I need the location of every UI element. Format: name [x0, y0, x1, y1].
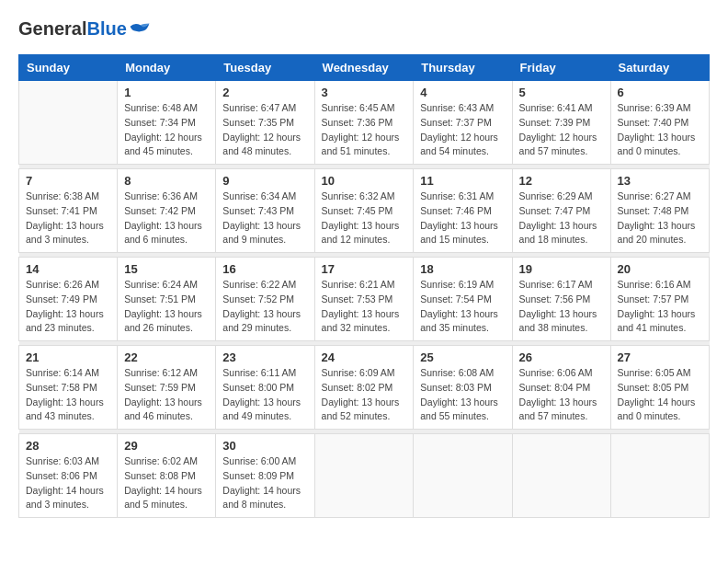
calendar-header-row: SundayMondayTuesdayWednesdayThursdayFrid… [19, 55, 710, 81]
calendar-cell: 26Sunrise: 6:06 AMSunset: 8:04 PMDayligh… [512, 346, 610, 430]
day-number: 6 [618, 86, 702, 99]
day-info: Sunrise: 6:12 AMSunset: 7:59 PMDaylight:… [124, 366, 209, 424]
day-number: 21 [26, 350, 110, 364]
day-number: 7 [26, 174, 110, 188]
day-info: Sunrise: 6:17 AMSunset: 7:56 PMDaylight:… [519, 278, 604, 336]
day-info: Sunrise: 6:47 AMSunset: 7:35 PMDaylight:… [222, 101, 307, 159]
day-number: 29 [124, 439, 209, 453]
day-number: 19 [519, 262, 604, 276]
calendar-cell: 17Sunrise: 6:21 AMSunset: 7:53 PMDayligh… [314, 258, 414, 341]
calendar-cell: 13Sunrise: 6:27 AMSunset: 7:48 PMDayligh… [610, 169, 709, 253]
col-header-wednesday: Wednesday [314, 55, 414, 81]
calendar-cell: 11Sunrise: 6:31 AMSunset: 7:46 PMDayligh… [414, 169, 512, 253]
calendar-cell: 21Sunrise: 6:14 AMSunset: 7:58 PMDayligh… [19, 346, 118, 430]
day-number: 20 [618, 262, 702, 276]
day-info: Sunrise: 6:45 AMSunset: 7:36 PMDaylight:… [322, 101, 407, 159]
day-info: Sunrise: 6:27 AMSunset: 7:48 PMDaylight:… [618, 190, 702, 247]
calendar-cell: 8Sunrise: 6:36 AMSunset: 7:42 PMDaylight… [118, 169, 216, 253]
day-number: 28 [26, 439, 110, 453]
day-info: Sunrise: 6:29 AMSunset: 7:47 PMDaylight:… [519, 190, 604, 247]
calendar-cell: 19Sunrise: 6:17 AMSunset: 7:56 PMDayligh… [512, 258, 610, 341]
day-info: Sunrise: 6:22 AMSunset: 7:52 PMDaylight:… [222, 278, 307, 336]
calendar-cell: 12Sunrise: 6:29 AMSunset: 7:47 PMDayligh… [512, 169, 610, 253]
day-info: Sunrise: 6:19 AMSunset: 7:54 PMDaylight:… [420, 278, 505, 336]
day-info: Sunrise: 6:32 AMSunset: 7:45 PMDaylight:… [322, 190, 407, 247]
calendar-cell [610, 434, 709, 518]
calendar-cell [414, 434, 512, 518]
day-info: Sunrise: 6:21 AMSunset: 7:53 PMDaylight:… [322, 278, 407, 336]
calendar-cell: 27Sunrise: 6:05 AMSunset: 8:05 PMDayligh… [610, 346, 709, 430]
day-number: 22 [124, 350, 209, 364]
calendar-cell [19, 81, 118, 165]
day-info: Sunrise: 6:14 AMSunset: 7:58 PMDaylight:… [26, 366, 110, 424]
day-number: 9 [222, 174, 307, 188]
calendar-week-row: 1Sunrise: 6:48 AMSunset: 7:34 PMDaylight… [19, 81, 710, 165]
calendar-cell: 15Sunrise: 6:24 AMSunset: 7:51 PMDayligh… [118, 258, 216, 341]
day-number: 17 [322, 262, 407, 276]
day-info: Sunrise: 6:24 AMSunset: 7:51 PMDaylight:… [124, 278, 209, 336]
day-number: 16 [222, 262, 307, 276]
day-info: Sunrise: 6:48 AMSunset: 7:34 PMDaylight:… [124, 101, 209, 159]
day-info: Sunrise: 6:08 AMSunset: 8:03 PMDaylight:… [420, 366, 505, 424]
day-number: 4 [420, 86, 505, 99]
day-info: Sunrise: 6:39 AMSunset: 7:40 PMDaylight:… [618, 101, 702, 159]
logo: GeneralBlue [18, 18, 151, 40]
day-number: 25 [420, 350, 505, 364]
calendar-cell: 24Sunrise: 6:09 AMSunset: 8:02 PMDayligh… [314, 346, 414, 430]
day-info: Sunrise: 6:00 AMSunset: 8:09 PMDaylight:… [222, 454, 307, 512]
day-number: 24 [322, 350, 407, 364]
calendar-cell [512, 434, 610, 518]
calendar-cell: 1Sunrise: 6:48 AMSunset: 7:34 PMDaylight… [118, 81, 216, 165]
day-number: 3 [322, 86, 407, 99]
day-info: Sunrise: 6:02 AMSunset: 8:08 PMDaylight:… [124, 454, 209, 512]
day-info: Sunrise: 6:26 AMSunset: 7:49 PMDaylight:… [26, 278, 110, 336]
day-number: 2 [222, 86, 307, 99]
day-number: 18 [420, 262, 505, 276]
day-info: Sunrise: 6:03 AMSunset: 8:06 PMDaylight:… [26, 454, 110, 512]
calendar-table: SundayMondayTuesdayWednesdayThursdayFrid… [18, 54, 710, 518]
calendar-cell: 23Sunrise: 6:11 AMSunset: 8:00 PMDayligh… [216, 346, 314, 430]
calendar-cell: 6Sunrise: 6:39 AMSunset: 7:40 PMDaylight… [610, 81, 709, 165]
day-number: 11 [420, 174, 505, 188]
day-number: 26 [519, 350, 604, 364]
calendar-cell: 20Sunrise: 6:16 AMSunset: 7:57 PMDayligh… [610, 258, 709, 341]
calendar-cell: 14Sunrise: 6:26 AMSunset: 7:49 PMDayligh… [19, 258, 118, 341]
calendar-cell [314, 434, 414, 518]
calendar-cell: 7Sunrise: 6:38 AMSunset: 7:41 PMDaylight… [19, 169, 118, 253]
calendar-cell: 28Sunrise: 6:03 AMSunset: 8:06 PMDayligh… [19, 434, 118, 518]
col-header-saturday: Saturday [610, 55, 709, 81]
day-info: Sunrise: 6:09 AMSunset: 8:02 PMDaylight:… [322, 366, 407, 424]
col-header-friday: Friday [512, 55, 610, 81]
day-number: 23 [222, 350, 307, 364]
col-header-sunday: Sunday [19, 55, 118, 81]
day-info: Sunrise: 6:06 AMSunset: 8:04 PMDaylight:… [519, 366, 604, 424]
calendar-cell: 30Sunrise: 6:00 AMSunset: 8:09 PMDayligh… [216, 434, 314, 518]
day-number: 1 [124, 86, 209, 99]
day-number: 30 [222, 439, 307, 453]
day-info: Sunrise: 6:31 AMSunset: 7:46 PMDaylight:… [420, 190, 505, 247]
logo-general-text: GeneralBlue [18, 18, 127, 40]
day-number: 14 [26, 262, 110, 276]
col-header-monday: Monday [118, 55, 216, 81]
calendar-cell: 4Sunrise: 6:43 AMSunset: 7:37 PMDaylight… [414, 81, 512, 165]
calendar-week-row: 28Sunrise: 6:03 AMSunset: 8:06 PMDayligh… [19, 434, 710, 518]
calendar-cell: 29Sunrise: 6:02 AMSunset: 8:08 PMDayligh… [118, 434, 216, 518]
day-number: 12 [519, 174, 604, 188]
calendar-cell: 25Sunrise: 6:08 AMSunset: 8:03 PMDayligh… [414, 346, 512, 430]
calendar-cell: 22Sunrise: 6:12 AMSunset: 7:59 PMDayligh… [118, 346, 216, 430]
day-number: 8 [124, 174, 209, 188]
day-number: 27 [618, 350, 702, 364]
day-number: 10 [322, 174, 407, 188]
col-header-tuesday: Tuesday [216, 55, 314, 81]
day-info: Sunrise: 6:34 AMSunset: 7:43 PMDaylight:… [222, 190, 307, 247]
calendar-cell: 16Sunrise: 6:22 AMSunset: 7:52 PMDayligh… [216, 258, 314, 341]
day-number: 13 [618, 174, 702, 188]
calendar-cell: 2Sunrise: 6:47 AMSunset: 7:35 PMDaylight… [216, 81, 314, 165]
calendar-cell: 9Sunrise: 6:34 AMSunset: 7:43 PMDaylight… [216, 169, 314, 253]
logo-bird-icon [129, 20, 151, 39]
day-info: Sunrise: 6:36 AMSunset: 7:42 PMDaylight:… [124, 190, 209, 247]
calendar-week-row: 14Sunrise: 6:26 AMSunset: 7:49 PMDayligh… [19, 258, 710, 341]
calendar-week-row: 21Sunrise: 6:14 AMSunset: 7:58 PMDayligh… [19, 346, 710, 430]
day-number: 5 [519, 86, 604, 99]
day-info: Sunrise: 6:11 AMSunset: 8:00 PMDaylight:… [222, 366, 307, 424]
